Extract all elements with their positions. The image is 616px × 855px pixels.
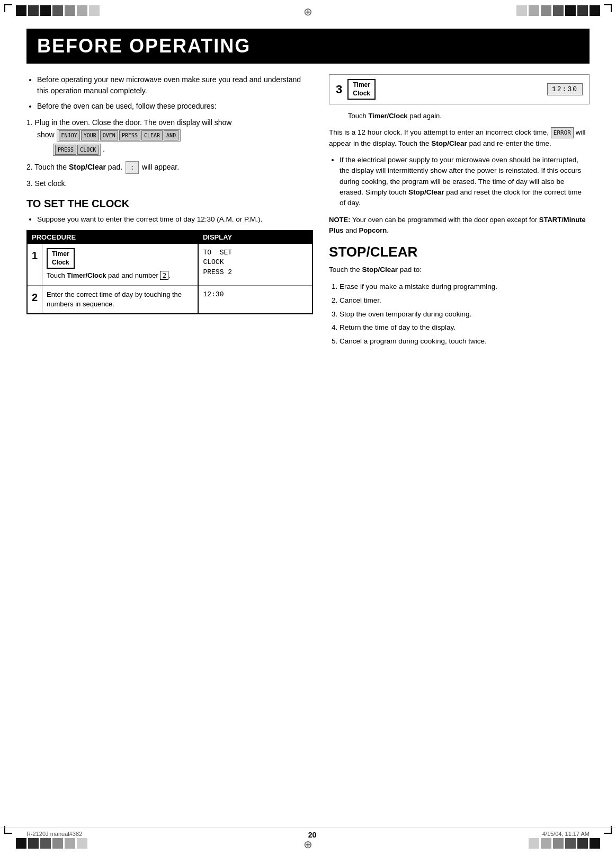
page-title: BEFORE OPERATING bbox=[37, 35, 579, 57]
power-interrupt-bullet: If the electrical power supply to your m… bbox=[340, 155, 590, 208]
timer-clock-btn-1[interactable]: TimerClock bbox=[47, 248, 75, 269]
list-item: Stop the oven temporarily during cooking… bbox=[340, 308, 590, 320]
stop-clear-intro: Touch the Stop/Clear pad to: bbox=[329, 265, 590, 276]
list-item: Erase if you make a mistake during progr… bbox=[340, 281, 590, 293]
display-line-2: CLOCK bbox=[203, 258, 308, 267]
list-item: Cancel a program during cooking, touch t… bbox=[340, 336, 590, 347]
note-paragraph: NOTE: Your oven can be programmed with t… bbox=[329, 215, 590, 235]
procedure-table: PROCEDURE DISPLAY 1 TimerClock bbox=[26, 230, 313, 314]
set-clock-heading: TO SET THE CLOCK bbox=[26, 198, 313, 210]
display-line-3: PRESS 2 bbox=[203, 268, 308, 277]
display-line-time: 12:30 bbox=[203, 290, 308, 299]
colon-display: : bbox=[126, 161, 139, 174]
stop-clear-bold: Stop/Clear bbox=[69, 163, 106, 171]
list-item: Cancel timer. bbox=[340, 295, 590, 306]
row-num-2: 2 bbox=[28, 286, 42, 313]
timer-clock-btn-3[interactable]: Timer Clock bbox=[347, 79, 376, 100]
error-display: ERROR bbox=[551, 127, 574, 138]
step3-num: 3 bbox=[336, 83, 342, 96]
step3-caption: Touch Timer/Clock pad again. bbox=[329, 112, 590, 120]
seg-enjoy: ENJOY bbox=[59, 130, 80, 140]
seg-clock: CLOCK bbox=[77, 145, 99, 155]
display-header: DISPLAY bbox=[198, 231, 313, 244]
note-label: NOTE: bbox=[329, 216, 350, 224]
procedure-header: PROCEDURE bbox=[27, 231, 198, 244]
step-2: 2. Touch the Stop/Clear pad. : will appe… bbox=[26, 161, 313, 174]
seg-and: AND bbox=[164, 130, 178, 140]
table-row: 1 TimerClock Touch Timer/Clock pad and n… bbox=[27, 244, 313, 286]
seg-clear: CLEAR bbox=[141, 130, 163, 140]
header-banner: BEFORE OPERATING bbox=[26, 29, 590, 64]
para-error: This is a 12 hour clock. If you attempt … bbox=[329, 127, 590, 149]
display-strip: ENJOY YOUR OVEN PRESS CLEAR AND bbox=[57, 129, 181, 142]
right-column: 3 Timer Clock 12:30 Touch Timer/Clock pa… bbox=[329, 74, 590, 349]
seg-oven: OVEN bbox=[100, 130, 118, 140]
left-column: Before operating your new microwave oven… bbox=[26, 74, 313, 349]
table-row: 2 Enter the correct time of day by touch… bbox=[27, 286, 313, 314]
seg-press2: PRESS bbox=[55, 145, 76, 155]
step3-box: 3 Timer Clock 12:30 bbox=[329, 74, 590, 104]
display-cell-2: 12:30 bbox=[198, 286, 313, 314]
row-content-2: Enter the correct time of day by touchin… bbox=[42, 286, 198, 313]
seg-your: YOUR bbox=[81, 130, 99, 140]
step-1: 1. Plug in the oven. Close the door. The… bbox=[26, 117, 313, 157]
suppose-text: Suppose you want to enter the correct ti… bbox=[37, 214, 313, 225]
intro-bullets: Before operating your new microwave oven… bbox=[26, 74, 313, 112]
step-3-text: 3. Set clock. bbox=[26, 178, 313, 189]
numbered-steps: 1. Plug in the oven. Close the door. The… bbox=[26, 117, 313, 189]
step3-lcd: 12:30 bbox=[547, 83, 583, 95]
row-content-1: TimerClock Touch Timer/Clock pad and num… bbox=[42, 244, 198, 285]
seg-press: PRESS bbox=[119, 130, 140, 140]
display-cell-1: TO SET CLOCK PRESS 2 bbox=[198, 244, 313, 286]
bullet-item: Before operating your new microwave oven… bbox=[37, 74, 313, 96]
row-num-1: 1 bbox=[28, 244, 42, 285]
stop-clear-heading: STOP/CLEAR bbox=[329, 244, 590, 260]
display-line-1: TO SET bbox=[203, 248, 308, 258]
list-item: Return the time of day to the display. bbox=[340, 322, 590, 333]
bullet-item: Before the oven can be used, follow thes… bbox=[37, 101, 313, 112]
display-strip-row2: PRESS CLOCK bbox=[53, 144, 101, 156]
stop-clear-list: Erase if you make a mistake during progr… bbox=[329, 281, 590, 347]
